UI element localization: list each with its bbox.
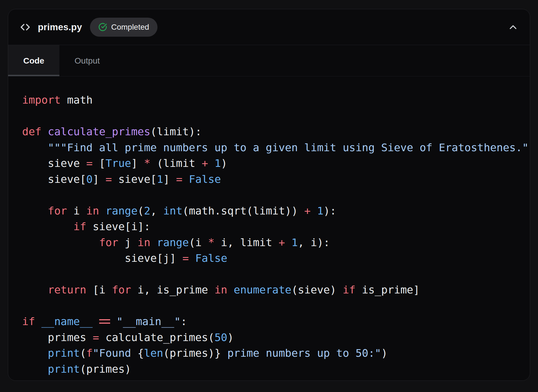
- code-card: primes.py Completed Code Output import m…: [8, 9, 530, 381]
- code-line: print(f"Found {len(primes)} prime number…: [22, 345, 530, 361]
- code-line: if __name__ "__main__":: [22, 314, 530, 330]
- code-line: import math: [22, 92, 530, 108]
- tab-bar: Code Output: [8, 45, 530, 76]
- tab-output-label: Output: [75, 56, 100, 66]
- code-line: sieve[j] = False: [22, 250, 530, 266]
- status-badge: Completed: [90, 18, 157, 37]
- check-circle-icon: [98, 23, 107, 31]
- collapse-button[interactable]: [506, 20, 520, 34]
- tab-output[interactable]: Output: [59, 45, 115, 76]
- code-line: [22, 266, 530, 282]
- code-line: """Find all prime numbers up to a given …: [22, 140, 530, 156]
- code-line: [22, 298, 530, 314]
- tab-code[interactable]: Code: [8, 45, 59, 76]
- code-line: sieve = [True] * (limit + 1): [22, 155, 530, 171]
- code-line: return [i for i, is_prime in enumerate(s…: [22, 282, 530, 298]
- code-line: print(primes): [22, 361, 530, 377]
- tab-code-label: Code: [23, 56, 44, 66]
- chevron-up-icon: [507, 22, 519, 33]
- status-badge-label: Completed: [111, 23, 149, 32]
- equals-equals-ligature: [99, 315, 110, 328]
- card-header: primes.py Completed: [8, 9, 530, 45]
- code-line: if sieve[i]:: [22, 219, 530, 235]
- code-line: [22, 108, 530, 124]
- code-panel: import mathdef calculate_primes(limit): …: [8, 76, 530, 381]
- code-line: def calculate_primes(limit):: [22, 124, 530, 140]
- code-line: primes = calculate_primes(50): [22, 330, 530, 346]
- code-line: [22, 187, 530, 203]
- code-line: sieve[0] = sieve[1] = False: [22, 171, 530, 187]
- code-icon: [19, 21, 32, 34]
- code-line: for i in range(2, int(math.sqrt(limit)) …: [22, 203, 530, 219]
- code-line: for j in range(i * i, limit + 1, i):: [22, 235, 530, 251]
- file-name: primes.py: [38, 22, 82, 32]
